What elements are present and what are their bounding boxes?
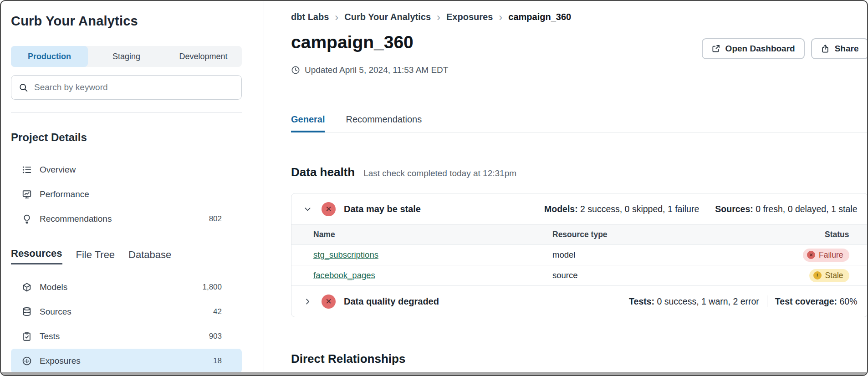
window-bottom-edge bbox=[1, 372, 867, 375]
item-count: 42 bbox=[213, 307, 242, 316]
breadcrumb-item-dbt-labs[interactable]: dbt Labs bbox=[291, 12, 329, 22]
data-health-header: Data health Last check completed today a… bbox=[291, 165, 868, 179]
tab-file-tree[interactable]: File Tree bbox=[76, 249, 115, 264]
breadcrumb-item-current: campaign_360 bbox=[508, 12, 571, 22]
error-circle-icon: ✕ bbox=[322, 295, 336, 309]
sidebar: Curb Your Analytics Production Staging D… bbox=[1, 1, 264, 375]
summary-divider bbox=[707, 203, 707, 215]
column-header-status: Status bbox=[825, 230, 849, 239]
resource-view-tabs: Resources File Tree Database bbox=[11, 248, 242, 264]
app-window: Curb Your Analytics Production Staging D… bbox=[0, 0, 868, 376]
sidebar-item-label: Performance bbox=[40, 189, 89, 199]
page-tabs: General Recommendations bbox=[291, 114, 868, 132]
list-icon bbox=[22, 165, 32, 175]
column-header-resource-type: Resource type bbox=[552, 230, 803, 239]
env-tab-staging[interactable]: Staging bbox=[88, 46, 165, 67]
sidebar-item-label: Overview bbox=[40, 165, 76, 175]
open-dashboard-button[interactable]: Open Dashboard bbox=[702, 38, 805, 59]
column-header-name: Name bbox=[313, 230, 552, 239]
tab-general[interactable]: General bbox=[291, 114, 325, 132]
resource-type: source bbox=[552, 270, 803, 280]
chevron-down-icon[interactable] bbox=[303, 205, 312, 213]
project-details-heading: Project Details bbox=[11, 131, 242, 144]
health-group-title: Data may be stale bbox=[344, 204, 421, 214]
tab-resources[interactable]: Resources bbox=[11, 248, 62, 264]
sidebar-item-tests[interactable]: Tests 903 bbox=[11, 324, 242, 349]
search-input[interactable] bbox=[34, 82, 234, 92]
performance-icon bbox=[22, 189, 32, 199]
main-content: dbt Labs › Curb Your Analytics › Exposur… bbox=[264, 1, 868, 375]
summary-value: 60% bbox=[839, 296, 857, 306]
breadcrumb-separator: › bbox=[437, 13, 440, 22]
sidebar-item-label: Tests bbox=[40, 331, 60, 341]
breadcrumb-separator: › bbox=[499, 13, 502, 22]
sidebar-item-sources[interactable]: Sources 42 bbox=[11, 300, 242, 324]
updated-timestamp: Updated April 5, 2024, 11:53 AM EDT bbox=[291, 65, 868, 75]
health-table: Name Resource type Status stg_subscripti… bbox=[291, 224, 868, 286]
tab-database[interactable]: Database bbox=[128, 249, 171, 264]
health-group-summary: Models: 2 success, 0 skipped, 1 failure … bbox=[544, 203, 858, 215]
summary-label: Tests: bbox=[629, 296, 654, 306]
resource-link-facebook-pages[interactable]: facebook_pages bbox=[313, 270, 375, 280]
item-count: 18 bbox=[213, 356, 242, 366]
summary-value: 2 success, 0 skipped, 1 failure bbox=[580, 204, 699, 214]
item-count: 802 bbox=[209, 214, 242, 224]
sidebar-item-label: Recommendations bbox=[40, 214, 112, 224]
share-icon bbox=[821, 44, 830, 53]
data-health-card: ✕ Data may be stale Models: 2 success, 0… bbox=[291, 193, 868, 317]
sidebar-item-recommendations[interactable]: Recommendations 802 bbox=[11, 207, 242, 231]
project-details-nav: Overview Performance Recommendations 802 bbox=[11, 158, 242, 231]
resource-type: model bbox=[552, 250, 803, 260]
table-row: facebook_pages source !Stale bbox=[291, 265, 868, 286]
gauge-icon bbox=[22, 356, 32, 366]
env-tab-production[interactable]: Production bbox=[11, 46, 88, 67]
summary-label: Models: bbox=[544, 204, 578, 214]
sidebar-divider bbox=[11, 112, 242, 113]
warning-circle-icon: ! bbox=[813, 271, 822, 279]
open-dashboard-label: Open Dashboard bbox=[725, 44, 795, 54]
health-group-quality[interactable]: ✕ Data quality degraded Tests: 0 success… bbox=[291, 286, 868, 317]
item-count: 903 bbox=[209, 332, 242, 341]
table-row: stg_subscriptions model ✕Failure bbox=[291, 245, 868, 265]
summary-value: 0 success, 1 warn, 2 error bbox=[657, 296, 759, 306]
sidebar-item-label: Models bbox=[40, 282, 67, 292]
sidebar-item-label: Exposures bbox=[40, 356, 81, 366]
health-group-stale[interactable]: ✕ Data may be stale Models: 2 success, 0… bbox=[291, 193, 868, 224]
status-badge-failure: ✕Failure bbox=[803, 249, 849, 262]
sidebar-item-exposures[interactable]: Exposures 18 bbox=[11, 349, 242, 373]
environment-tabs: Production Staging Development bbox=[11, 46, 242, 67]
direct-relationships-heading: Direct Relationships bbox=[291, 352, 868, 366]
x-circle-icon: ✕ bbox=[807, 251, 815, 259]
env-tab-development[interactable]: Development bbox=[165, 46, 242, 67]
page-actions: Open Dashboard Share bbox=[702, 38, 868, 59]
sidebar-item-performance[interactable]: Performance bbox=[11, 182, 242, 207]
health-group-summary: Tests: 0 success, 1 warn, 2 error Test c… bbox=[629, 295, 857, 307]
health-group-title: Data quality degraded bbox=[344, 296, 439, 307]
resources-nav: Models 1,800 Sources 42 Tests 903 bbox=[11, 275, 242, 373]
summary-value: 0 fresh, 0 delayed, 1 stale bbox=[756, 204, 857, 214]
sidebar-item-overview[interactable]: Overview bbox=[11, 158, 242, 182]
last-check-text: Last check completed today at 12:31pm bbox=[363, 168, 516, 178]
clock-icon bbox=[291, 66, 300, 75]
search-icon bbox=[19, 83, 28, 92]
status-text: Stale bbox=[825, 271, 843, 280]
cube-icon bbox=[22, 282, 32, 292]
share-button[interactable]: Share bbox=[811, 38, 868, 59]
chevron-right-icon[interactable] bbox=[303, 297, 312, 306]
updated-text: Updated April 5, 2024, 11:53 AM EDT bbox=[305, 65, 448, 75]
sidebar-item-models[interactable]: Models 1,800 bbox=[11, 275, 242, 300]
summary-divider bbox=[767, 295, 767, 307]
item-count: 1,800 bbox=[202, 283, 242, 292]
breadcrumb: dbt Labs › Curb Your Analytics › Exposur… bbox=[291, 12, 868, 22]
status-badge-stale: !Stale bbox=[809, 269, 849, 282]
project-name: Curb Your Analytics bbox=[11, 14, 242, 29]
search-box bbox=[11, 75, 242, 100]
tab-recommendations[interactable]: Recommendations bbox=[346, 114, 422, 132]
breadcrumb-item-exposures[interactable]: Exposures bbox=[446, 12, 493, 22]
resource-link-stg-subscriptions[interactable]: stg_subscriptions bbox=[313, 250, 378, 259]
data-health-heading: Data health bbox=[291, 165, 355, 179]
status-text: Failure bbox=[819, 250, 843, 260]
external-link-icon bbox=[711, 44, 720, 53]
breadcrumb-item-project[interactable]: Curb Your Analytics bbox=[344, 12, 431, 22]
lightbulb-icon bbox=[22, 214, 32, 224]
